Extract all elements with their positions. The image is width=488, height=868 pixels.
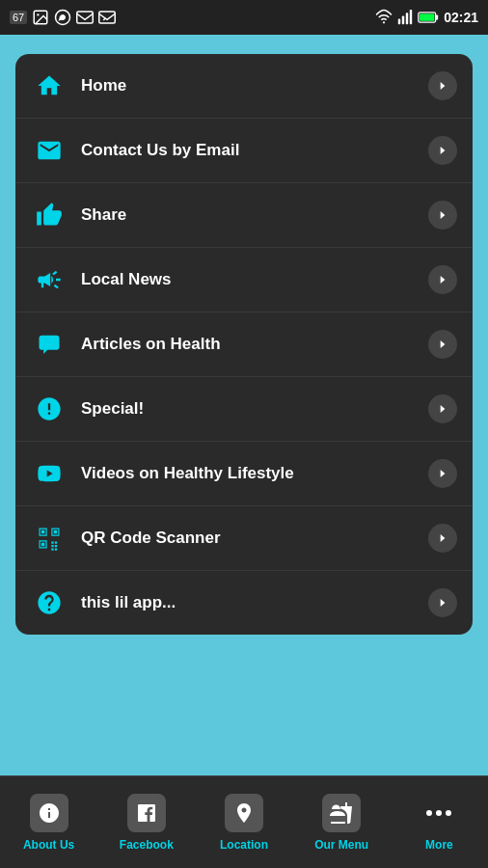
menu-label-contact-email: Contact Us by Email [81, 141, 428, 160]
svg-rect-9 [406, 13, 408, 24]
svg-rect-7 [398, 19, 400, 25]
menu-arrow-contact-email [428, 136, 457, 165]
our-menu-tab-icon [322, 794, 361, 832]
svg-point-1 [38, 14, 40, 15]
tab-location[interactable]: Location [195, 776, 292, 868]
menu-arrow-videos-healthy [428, 459, 457, 488]
dish-icon [330, 801, 353, 825]
main-content: Home Contact Us by Email Share [0, 35, 488, 775]
qrcode-icon [31, 520, 68, 556]
whatsapp-icon [54, 9, 71, 26]
menu-arrow-this-lil-app [428, 588, 457, 617]
menu-item-videos-healthy[interactable]: Videos on Healthy Lifestyle [15, 442, 473, 506]
menu-label-share: Share [81, 205, 428, 225]
menu-item-share[interactable]: Share [15, 183, 473, 248]
menu-label-this-lil-app: this lil app... [81, 593, 428, 612]
menu-label-special: Special! [81, 399, 428, 419]
comment-icon [31, 326, 68, 363]
menu-item-qr-scanner[interactable]: QR Code Scanner [15, 506, 473, 571]
svg-rect-13 [420, 14, 434, 21]
tab-label-our-menu: Our Menu [314, 838, 368, 852]
tab-label-more: More [425, 838, 453, 852]
menu-label-articles-health: Articles on Health [81, 335, 428, 354]
menu-arrow-home [428, 71, 457, 100]
tab-more[interactable]: More [391, 776, 488, 868]
svg-rect-10 [410, 10, 412, 24]
facebook-tab-icon [127, 794, 166, 832]
menu-card: Home Contact Us by Email Share [15, 54, 473, 635]
home-icon [31, 68, 68, 104]
tab-facebook[interactable]: Facebook [97, 776, 195, 868]
mail-icon [98, 11, 116, 24]
menu-arrow-local-news [428, 265, 457, 294]
signal-icon [397, 10, 413, 25]
youtube-icon [31, 455, 68, 492]
menu-arrow-qr-scanner [428, 524, 457, 553]
tab-label-location: Location [220, 838, 268, 852]
menu-item-contact-email[interactable]: Contact Us by Email [15, 119, 473, 183]
tab-bar: About Us Facebook Location Our Menu [0, 775, 488, 868]
location-icon [232, 801, 256, 825]
svg-rect-4 [99, 12, 116, 23]
tab-label-facebook: Facebook [120, 838, 174, 852]
about-us-tab-icon [30, 794, 68, 832]
svg-line-5 [104, 18, 106, 20]
more-tab-icon [420, 794, 458, 832]
facebook-icon [135, 801, 158, 825]
menu-label-local-news: Local News [81, 270, 428, 289]
battery-icon [418, 11, 439, 24]
thumbsup-icon [31, 197, 68, 233]
msg-icon [76, 11, 94, 24]
menu-label-videos-healthy: Videos on Healthy Lifestyle [81, 464, 428, 483]
menu-item-special[interactable]: Special! [15, 377, 473, 442]
location-tab-icon [225, 794, 263, 832]
megaphone-icon [31, 261, 68, 298]
wifi-icon [375, 9, 393, 26]
dots-icon [426, 810, 451, 816]
notification-count: 67 [10, 11, 27, 24]
status-icons-left: 67 [10, 9, 116, 26]
menu-label-home: Home [81, 76, 428, 95]
menu-item-local-news[interactable]: Local News [15, 248, 473, 312]
svg-rect-3 [77, 12, 94, 23]
menu-arrow-share [428, 201, 457, 230]
menu-label-qr-scanner: QR Code Scanner [81, 529, 428, 548]
svg-rect-8 [402, 15, 404, 24]
menu-arrow-special [428, 394, 457, 423]
question-icon [31, 584, 68, 621]
svg-point-6 [383, 21, 385, 23]
status-icons-right: 02:21 [375, 9, 478, 26]
alert-icon [31, 391, 68, 427]
image-icon [32, 9, 49, 26]
status-bar: 67 02:21 [0, 0, 488, 35]
tab-our-menu[interactable]: Our Menu [293, 776, 391, 868]
menu-item-home[interactable]: Home [15, 54, 473, 119]
status-time: 02:21 [444, 10, 478, 25]
svg-rect-12 [436, 14, 439, 19]
menu-item-articles-health[interactable]: Articles on Health [15, 312, 473, 377]
tab-about-us[interactable]: About Us [0, 776, 97, 868]
menu-item-this-lil-app[interactable]: this lil app... [15, 571, 473, 635]
info-tab-icon [38, 801, 61, 825]
tab-label-about-us: About Us [23, 838, 74, 852]
email-icon [31, 132, 68, 169]
menu-arrow-articles-health [428, 330, 457, 359]
